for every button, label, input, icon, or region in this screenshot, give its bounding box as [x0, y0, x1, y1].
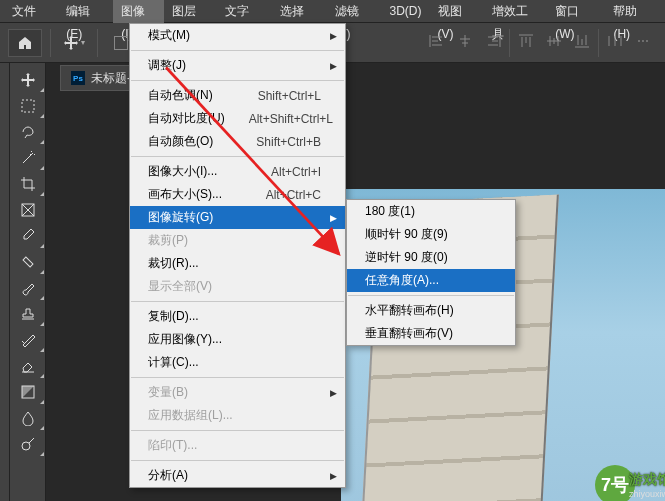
separator [131, 301, 344, 302]
menu-window[interactable]: 窗口(W) [547, 0, 605, 23]
menu-view[interactable]: 视图(V) [430, 0, 485, 23]
dodge-tool[interactable] [11, 431, 45, 457]
eraser-tool[interactable] [11, 353, 45, 379]
move-tool-indicator[interactable]: ▾ [59, 29, 89, 57]
align-controls: ⋯ [423, 29, 657, 57]
rotate-90-cw[interactable]: 顺时针 90 度(9) [347, 223, 515, 246]
separator [131, 460, 344, 461]
svg-rect-2 [23, 257, 33, 267]
align-right-icon[interactable] [479, 29, 507, 53]
menu-filter[interactable]: 滤镜(T) [327, 0, 381, 23]
separator [131, 377, 344, 378]
rotate-180[interactable]: 180 度(1) [347, 200, 515, 223]
menu-analysis[interactable]: 分析(A) [130, 464, 345, 487]
menu-apply-image[interactable]: 应用图像(Y)... [130, 328, 345, 351]
menu-mode[interactable]: 模式(M) [130, 24, 345, 47]
menu-file[interactable]: 文件(F) [4, 0, 58, 23]
lasso-tool[interactable] [11, 119, 45, 145]
rotate-arbitrary[interactable]: 任意角度(A)... [347, 269, 515, 292]
menu-3d[interactable]: 3D(D) [382, 0, 430, 23]
wand-tool[interactable] [11, 145, 45, 171]
frame-tool[interactable] [11, 197, 45, 223]
separator [131, 156, 344, 157]
gradient-tool[interactable] [11, 379, 45, 405]
menu-select[interactable]: 选择(S) [272, 0, 327, 23]
menu-apply-dataset: 应用数据组(L)... [130, 404, 345, 427]
home-button[interactable] [8, 29, 42, 57]
image-menu-dropdown: 模式(M) 调整(J) 自动色调(N)Shift+Ctrl+L 自动对比度(U)… [129, 23, 346, 488]
svg-rect-0 [22, 100, 34, 112]
menu-trim[interactable]: 裁切(R)... [130, 252, 345, 275]
marquee-tool[interactable] [11, 93, 45, 119]
distribute-h-icon[interactable] [601, 29, 629, 53]
menu-adjustments[interactable]: 调整(J) [130, 54, 345, 77]
menu-auto-tone[interactable]: 自动色调(N)Shift+Ctrl+L [130, 84, 345, 107]
menu-reveal-all: 显示全部(V) [130, 275, 345, 298]
eyedropper-tool[interactable] [11, 223, 45, 249]
flip-horizontal[interactable]: 水平翻转画布(H) [347, 299, 515, 322]
menu-duplicate[interactable]: 复制(D)... [130, 305, 345, 328]
divider [97, 29, 98, 57]
align-vcenter-icon[interactable] [540, 29, 568, 53]
svg-point-4 [22, 442, 30, 450]
menu-plugins[interactable]: 增效工具 [484, 0, 547, 23]
menu-canvas-size[interactable]: 画布大小(S)...Alt+Ctrl+C [130, 183, 345, 206]
divider [509, 29, 510, 57]
align-left-icon[interactable] [423, 29, 451, 53]
separator [131, 50, 344, 51]
separator [348, 295, 514, 296]
separator [131, 430, 344, 431]
menu-auto-color[interactable]: 自动颜色(O)Shift+Ctrl+B [130, 130, 345, 153]
menu-auto-contrast[interactable]: 自动对比度(U)Alt+Shift+Ctrl+L [130, 107, 345, 130]
heal-tool[interactable] [11, 249, 45, 275]
ps-file-icon: Ps [71, 71, 85, 85]
panel-handle[interactable] [0, 63, 10, 501]
menu-image-rotation[interactable]: 图像旋转(G) [130, 206, 345, 229]
divider [598, 29, 599, 57]
align-bottom-icon[interactable] [568, 29, 596, 53]
menu-variables: 变量(B) [130, 381, 345, 404]
rotate-90-ccw[interactable]: 逆时针 90 度(0) [347, 246, 515, 269]
align-top-icon[interactable] [512, 29, 540, 53]
watermark-logo: 7号 游戏馆 zhiyouxiwang [595, 465, 665, 501]
menu-image[interactable]: 图像(I) [113, 0, 163, 23]
menu-help[interactable]: 帮助(H) [605, 0, 661, 23]
image-rotation-submenu: 180 度(1) 顺时针 90 度(9) 逆时针 90 度(0) 任意角度(A)… [346, 199, 516, 346]
menu-layer[interactable]: 图层(L) [164, 0, 218, 23]
menu-type[interactable]: 文字(Y) [217, 0, 272, 23]
flip-vertical[interactable]: 垂直翻转画布(V) [347, 322, 515, 345]
tools-panel [10, 63, 46, 501]
move-tool[interactable] [11, 67, 45, 93]
history-brush-tool[interactable] [11, 327, 45, 353]
divider [50, 29, 51, 57]
menu-crop: 裁剪(P) [130, 229, 345, 252]
home-icon [17, 35, 33, 51]
menu-calculations[interactable]: 计算(C)... [130, 351, 345, 374]
menubar: 文件(F) 编辑(E) 图像(I) 图层(L) 文字(Y) 选择(S) 滤镜(T… [0, 0, 665, 23]
blur-tool[interactable] [11, 405, 45, 431]
move-icon [63, 35, 79, 51]
stamp-tool[interactable] [11, 301, 45, 327]
more-icon[interactable]: ⋯ [629, 29, 657, 53]
align-hcenter-icon[interactable] [451, 29, 479, 53]
crop-tool[interactable] [11, 171, 45, 197]
menu-image-size[interactable]: 图像大小(I)...Alt+Ctrl+I [130, 160, 345, 183]
separator [131, 80, 344, 81]
menu-edit[interactable]: 编辑(E) [58, 0, 113, 23]
tab-title: 未标题- [91, 70, 131, 87]
menu-trap: 陷印(T)... [130, 434, 345, 457]
brush-tool[interactable] [11, 275, 45, 301]
